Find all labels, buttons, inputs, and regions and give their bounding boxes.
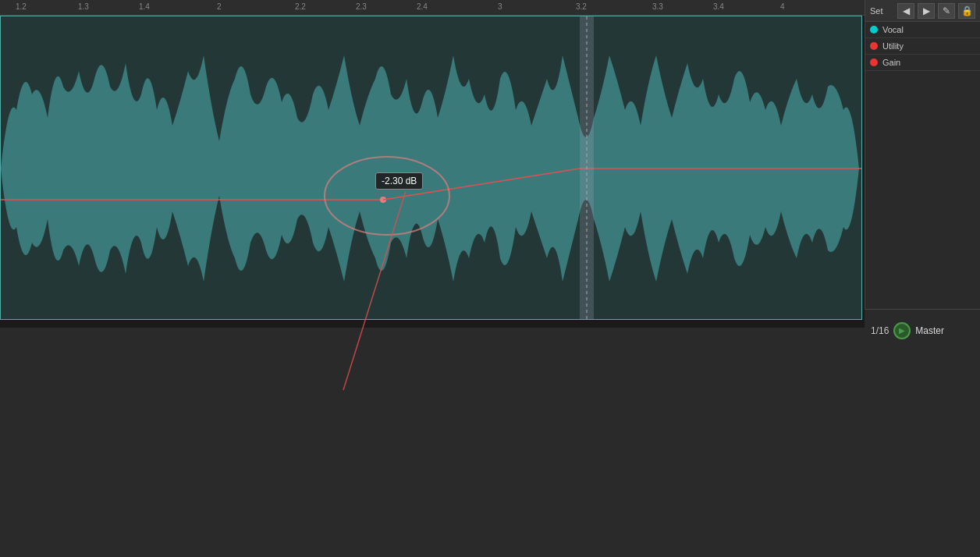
- quantize-val: 1/16: [871, 325, 889, 336]
- master-play-btn[interactable]: ▶: [893, 322, 911, 339]
- track-vocal[interactable]: Vocal: [865, 22, 980, 38]
- ruler: 1.2 1.3 1.4 2 2.2 2.3 2.4 3 3.2 3.3 3.4 …: [0, 0, 865, 16]
- ruler-mark: 1.2: [16, 2, 27, 11]
- vocal-label: Vocal: [882, 25, 904, 34]
- utility-label: Utility: [882, 41, 904, 51]
- timeline-area: 1.2 1.3 1.4 2 2.2 2.3 2.4 3 3.2 3.3 3.4 …: [0, 0, 865, 328]
- ruler-mark: 3.2: [576, 2, 587, 11]
- ruler-mark: 2.2: [295, 2, 306, 11]
- ruler-mark: 2.4: [417, 2, 428, 11]
- gain-label: Gain: [882, 58, 900, 67]
- ruler-mark: 1.3: [78, 2, 89, 11]
- master-label: Master: [915, 325, 944, 336]
- ruler-mark: 3.3: [652, 2, 663, 11]
- db-tooltip: -2.30 dB: [375, 172, 423, 190]
- gain-dot: [870, 59, 878, 66]
- bottom-area: Clip Sample ▶ Vocal ▼ Signature 4 / 4 Gr…: [0, 351, 980, 557]
- vocal-dot: [870, 26, 878, 34]
- set-bar: Set ◀ ▶ ✎ 🔒: [865, 0, 980, 22]
- track-utility[interactable]: Utility: [865, 38, 980, 55]
- right-panel: Set ◀ ▶ ✎ 🔒 Vocal Utility Gain 1/16 ▶ Ma…: [865, 0, 980, 328]
- master-area: 1/16 ▶ Master: [865, 309, 980, 351]
- set-label: Set: [870, 6, 883, 16]
- forward-btn[interactable]: ▶: [918, 3, 935, 19]
- track-gain[interactable]: Gain: [865, 55, 980, 71]
- waveform-clip[interactable]: V Vocal Vo Vocal: [0, 16, 862, 320]
- back-btn[interactable]: ◀: [897, 3, 914, 19]
- utility-dot: [870, 42, 878, 50]
- ruler-mark: 3: [498, 2, 502, 11]
- ruler-mark: 4: [780, 2, 785, 11]
- ruler-mark: 1.4: [139, 2, 150, 11]
- pencil-btn[interactable]: ✎: [938, 3, 955, 19]
- ruler-mark: 2: [217, 2, 222, 11]
- waveform-svg: [1, 16, 861, 319]
- lock-btn[interactable]: 🔒: [958, 3, 975, 19]
- ruler-mark: 3.4: [713, 2, 724, 11]
- ruler-mark: 2.3: [356, 2, 367, 11]
